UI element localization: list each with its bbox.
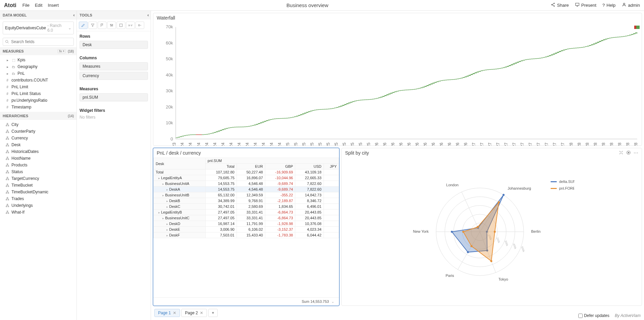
tools-label: TOOLS [80, 13, 92, 17]
add-page-button[interactable]: + [208, 309, 218, 317]
svg-text:29-11-2027: 29-11-2027 [552, 142, 557, 146]
svg-rect-12 [6, 125, 7, 126]
close-icon[interactable]: ✕ [200, 311, 203, 315]
svg-rect-337 [595, 43, 597, 44]
svg-line-3 [552, 4, 554, 5]
tab-page1[interactable]: Page 1 ✕ [154, 309, 180, 317]
svg-rect-195 [310, 111, 312, 111]
tab-page1-label: Page 1 [158, 311, 171, 315]
radar-chart: LondonJohannesburgBerlinTokyoParisNew Yo… [409, 178, 574, 286]
search-fields[interactable] [3, 38, 74, 46]
waterfall-widget[interactable]: Waterfall 010k20k30k40k50k60k70k15-12-20… [153, 13, 642, 146]
tool-maximize-button[interactable] [117, 22, 125, 29]
tool-flag-button[interactable] [98, 22, 106, 29]
present-button[interactable]: Present [575, 2, 596, 8]
svg-rect-26 [6, 139, 7, 139]
svg-rect-138 [196, 134, 198, 135]
hierarchy-item[interactable]: Status [0, 168, 76, 175]
tool-xy-button[interactable]: X·Y [126, 22, 135, 29]
svg-rect-205 [330, 108, 333, 109]
chevron-down-icon[interactable]: ⌄ [331, 299, 334, 303]
svg-rect-20 [8, 132, 9, 133]
hierarchy-item[interactable]: TimeBucket [0, 182, 76, 189]
menu-insert[interactable]: Insert [48, 3, 59, 8]
fx-badge[interactable]: fx + [58, 49, 66, 53]
svg-text:20k: 20k [166, 104, 173, 109]
measure-item[interactable]: #pv.UnderlyingsRatio [0, 97, 76, 104]
hierarchy-item[interactable]: Desk [0, 141, 76, 148]
tool-misc-button[interactable] [135, 22, 144, 29]
hierarchy-item[interactable]: HistoricalDates [0, 148, 76, 155]
svg-rect-150 [220, 130, 222, 131]
expand-icon[interactable] [619, 150, 623, 156]
columns-chip-measures[interactable]: Measures [80, 62, 148, 70]
defer-checkbox[interactable] [578, 314, 583, 318]
tool-filter-button[interactable] [88, 22, 97, 29]
waterfall-legend-swatch [634, 25, 640, 30]
measure-item[interactable]: ▸🗀Geography [0, 63, 76, 70]
hierarchy-item[interactable]: TimeBucketDynamic [0, 189, 76, 195]
hierarchy-item[interactable]: Currency [0, 135, 76, 141]
pivot-widget[interactable]: PnL / desk / currency Deskpnl.SUMTotalEU… [153, 148, 339, 306]
hierarchy-item[interactable]: Underlyings [0, 202, 76, 209]
measure-item[interactable]: ▸🗀PnL [0, 70, 76, 77]
svg-rect-267 [455, 79, 457, 79]
collapse-tools-icon[interactable]: ‹‹ [147, 13, 148, 18]
measures-chip-pnlsum[interactable]: pnl.SUM [80, 93, 148, 101]
play-icon[interactable] [626, 150, 631, 156]
measure-item[interactable]: #PnL Limit [0, 84, 76, 90]
svg-rect-166 [252, 125, 254, 126]
svg-point-441 [502, 194, 504, 196]
help-button[interactable]: ? Help [603, 3, 616, 8]
search-input[interactable] [11, 39, 71, 44]
svg-rect-281 [483, 70, 485, 70]
columns-chip-currency[interactable]: Currency [80, 72, 148, 80]
svg-rect-214 [348, 103, 350, 103]
measure-item[interactable]: #Timestamp [0, 104, 76, 110]
hierarchy-item[interactable]: Trades [0, 195, 76, 202]
menu-edit[interactable]: Edit [35, 3, 42, 8]
pivot-grid[interactable]: Deskpnl.SUMTotalEURGBPUSDJPYTotal107,182… [153, 158, 339, 297]
svg-rect-183 [286, 118, 288, 118]
data-model-label: DATA MODEL [3, 13, 27, 17]
tab-page2[interactable]: Page 2 ✕ [181, 309, 207, 317]
user-label: admin [628, 3, 640, 8]
svg-rect-149 [218, 131, 220, 131]
hierarchy-item[interactable]: HostName [0, 155, 76, 162]
svg-rect-227 [374, 98, 377, 99]
cube-selector[interactable]: EquityDerivativesCube - Ranch 6.0 ⌄ [3, 22, 74, 34]
more-icon[interactable]: ⋯ [634, 150, 638, 156]
radar-widget[interactable]: Split by city ⋯ LondonJohannesburgBerlin… [341, 148, 642, 306]
defer-updates-toggle[interactable]: Defer updates [578, 313, 609, 318]
hierarchy-item[interactable]: What-If [0, 209, 76, 216]
rows-chip-desk[interactable]: Desk [80, 41, 148, 49]
share-button[interactable]: Share [551, 2, 569, 8]
pivot-title: PnL / desk / currency [157, 150, 201, 156]
tool-sliders-button[interactable] [107, 22, 116, 29]
waterfall-title: Waterfall [157, 15, 175, 21]
tool-edit-button[interactable] [79, 22, 88, 29]
menu-file[interactable]: File [22, 3, 29, 8]
svg-rect-165 [250, 126, 252, 126]
close-icon[interactable]: ✕ [173, 311, 176, 315]
svg-rect-219 [358, 100, 361, 100]
svg-rect-151 [222, 129, 224, 130]
measure-item[interactable]: #PnL Limit Status [0, 90, 76, 97]
hierarchy-item[interactable]: City [0, 121, 76, 128]
hierarchy-icon [5, 183, 9, 187]
collapse-data-model-icon[interactable]: ‹‹ [73, 13, 74, 18]
svg-text:pnl.FOREX: pnl.FOREX [559, 186, 574, 190]
hierarchy-item[interactable]: CounterParty [0, 128, 76, 135]
hierarchy-item[interactable]: Products [0, 162, 76, 168]
svg-rect-213 [346, 103, 348, 104]
user-menu[interactable]: admin [622, 2, 640, 8]
svg-rect-61 [6, 172, 7, 173]
measure-item[interactable]: #contributors.COUNT [0, 77, 76, 84]
folder-icon: 🗀 [11, 71, 16, 75]
svg-rect-239 [398, 91, 401, 91]
svg-text:18-09-2027: 18-09-2027 [536, 142, 541, 146]
svg-rect-310 [541, 58, 543, 58]
hierarchy-item[interactable]: TargetCurrency [0, 175, 76, 182]
measure-item[interactable]: ▸⬚Kpis [0, 57, 76, 63]
hierarchy-label: Currency [11, 136, 28, 140]
